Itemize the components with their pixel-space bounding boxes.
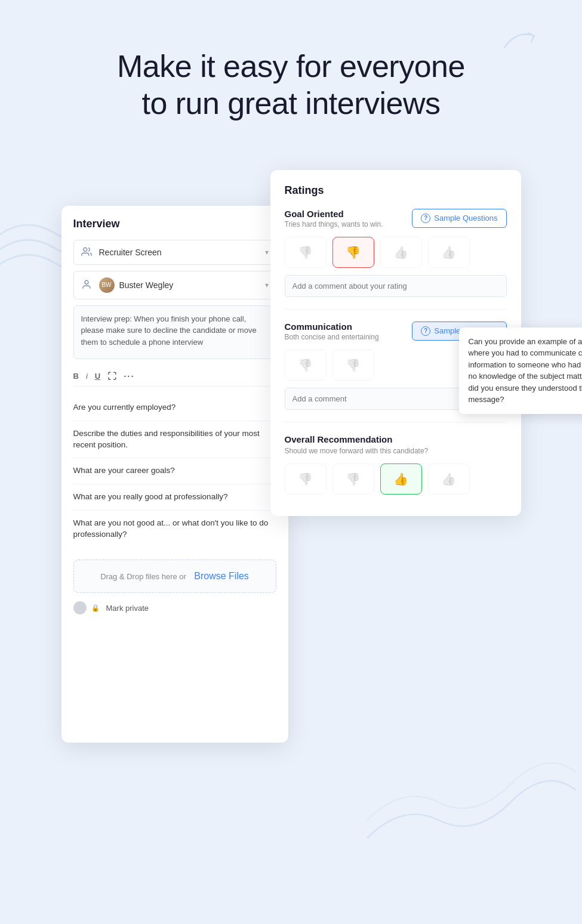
interviewer-label: Buster Wegley (119, 280, 265, 290)
rating-btn-comm-1[interactable]: 👎 (285, 350, 327, 381)
deco-arrow (498, 24, 546, 56)
svg-point-1 (85, 280, 88, 284)
interview-panel: Interview Recruiter Screen ▾ (61, 206, 288, 743)
overall-btn-4[interactable]: 👍 (428, 463, 470, 495)
rating-btn-2[interactable]: 👎 (332, 237, 374, 268)
hero-section: Make it easy for everyone to run great i… (0, 0, 582, 158)
recruiter-field[interactable]: Recruiter Screen ▾ (73, 240, 276, 265)
list-item: What are you not good at... or what don'… (73, 511, 276, 548)
interview-notes[interactable]: Interview prep: When you finish your pho… (73, 305, 276, 359)
comm-label: Communication (285, 322, 379, 332)
rating-label-group-comm: Communication Both concise and entertain… (285, 322, 379, 341)
rating-btn-comm-2[interactable]: 👎 (332, 350, 374, 381)
page-wrapper: Make it easy for everyone to run great i… (0, 0, 582, 924)
list-item: Are you currently employed? (73, 395, 276, 421)
goal-comment-input[interactable] (285, 275, 507, 297)
avatar-face: BW (99, 277, 115, 293)
overall-btn-2[interactable]: 👎 (332, 463, 374, 495)
italic-button[interactable]: i (86, 372, 88, 381)
users-icon (81, 246, 93, 258)
avatar: BW (99, 277, 115, 293)
ratings-title: Ratings (285, 184, 507, 197)
privacy-toggle[interactable] (73, 601, 87, 614)
bg-wave-bottom (355, 743, 582, 864)
comm-sublabel: Both concise and entertaining (285, 333, 379, 341)
file-upload-area[interactable]: Drag & Drop files here or Browse Files (73, 560, 276, 593)
rating-btn-4[interactable]: 👍 (428, 237, 470, 268)
question-icon-comm: ? (421, 326, 430, 336)
drag-drop-text: Drag & Drop files here or (100, 572, 186, 581)
rating-btn-3[interactable]: 👍 (380, 237, 422, 268)
svg-point-0 (83, 248, 87, 251)
overall-btn-3[interactable]: 👍 (380, 463, 422, 495)
mark-private-row: 🔒 Mark private (73, 601, 276, 614)
rating-header-goal: Goal Oriented Tries hard things, wants t… (285, 209, 507, 228)
overall-sublabel: Should we move forward with this candida… (285, 447, 507, 455)
goal-oriented-section: Goal Oriented Tries hard things, wants t… (285, 209, 507, 310)
communication-section: Communication Both concise and entertain… (285, 322, 507, 422)
chevron-icon-2: ▾ (265, 281, 269, 289)
bold-button[interactable]: B (73, 372, 79, 381)
main-content: Interview Recruiter Screen ▾ (0, 170, 582, 743)
rating-label-group: Goal Oriented Tries hard things, wants t… (285, 209, 383, 228)
question-list: Are you currently employed? Describe the… (73, 395, 276, 548)
list-item: What are your career goals? (73, 458, 276, 484)
question-icon: ? (421, 214, 430, 223)
browse-files-button[interactable]: Browse Files (194, 571, 249, 581)
goal-label: Goal Oriented (285, 209, 383, 219)
underline-button[interactable]: U (95, 372, 100, 381)
chevron-icon: ▾ (265, 248, 269, 257)
rating-buttons-overall: 👎 👎 👍 👍 (285, 463, 507, 495)
rating-buttons-comm: 👎 👎 Can you provide an example of a situ… (285, 350, 507, 381)
overall-label: Overall Recommendation (285, 434, 507, 444)
sample-question-tooltip: Can you provide an example of a situatio… (459, 327, 583, 414)
text-toolbar: B i U ⛶ ··· (73, 366, 276, 387)
person-icon (81, 279, 93, 291)
interview-panel-title: Interview (73, 218, 276, 230)
sample-questions-btn-goal[interactable]: ? Sample Questions (412, 209, 506, 228)
rating-buttons-goal: 👎 👎 👍 👍 (285, 237, 507, 268)
more-button[interactable]: ··· (124, 371, 135, 381)
interviewer-field[interactable]: BW Buster Wegley ▾ (73, 271, 276, 299)
hero-title: Make it easy for everyone to run great i… (36, 48, 546, 122)
mark-private-label: Mark private (106, 604, 149, 613)
list-item: Describe the duties and responsibilities… (73, 421, 276, 459)
ratings-panel: Ratings Goal Oriented Tries hard things,… (270, 170, 521, 516)
expand-button[interactable]: ⛶ (107, 371, 116, 381)
list-item: What are you really good at professional… (73, 484, 276, 511)
lock-icon: 🔒 (91, 604, 100, 612)
recruiter-label: Recruiter Screen (99, 248, 265, 257)
goal-sublabel: Tries hard things, wants to win. (285, 220, 383, 228)
overall-btn-1[interactable]: 👎 (285, 463, 327, 495)
rating-btn-1[interactable]: 👎 (285, 237, 327, 268)
overall-recommendation-section: Overall Recommendation Should we move fo… (285, 434, 507, 495)
